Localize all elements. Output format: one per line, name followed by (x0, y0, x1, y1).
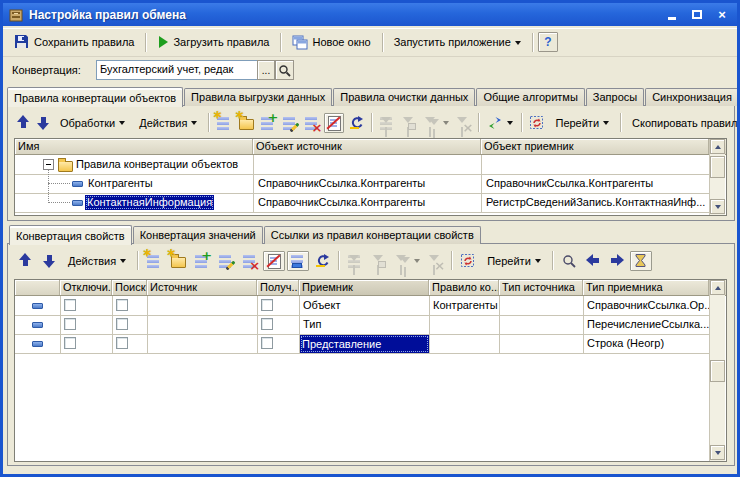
cell-target-type[interactable]: Строка (Неогр) (585, 337, 711, 349)
tab-property-conversion[interactable]: Конвертация свойств (9, 225, 132, 245)
exchange-dropdown[interactable] (484, 113, 516, 133)
column-header-target-type[interactable]: Тип приемника (583, 280, 709, 295)
tab-data-clearing-rules[interactable]: Правила очистки данных (333, 88, 475, 106)
run-application-button[interactable]: Запустить приложение (388, 32, 527, 52)
filter-by-value-button[interactable] (368, 251, 390, 271)
tab-links-from-property-rules[interactable]: Ссылки из правил конвертации свойств (264, 226, 481, 244)
tree-item-label-selected[interactable]: КонтактнаяИнформация (85, 195, 214, 210)
edit-button[interactable] (215, 251, 237, 271)
column-header-search[interactable]: Поиск (112, 280, 147, 295)
undo-button[interactable] (311, 251, 333, 271)
disabled-checkbox[interactable] (64, 337, 76, 349)
processing-dropdown[interactable]: Обработки (54, 113, 131, 133)
column-header-source[interactable]: Источник (147, 280, 257, 295)
show-crossed-toggle[interactable] (324, 113, 344, 133)
show-crossed-toggle[interactable] (263, 251, 285, 271)
search-checkbox[interactable] (116, 318, 128, 330)
back-button[interactable] (582, 251, 604, 271)
cell-rule[interactable]: Контрагенты (431, 299, 501, 311)
actions-dropdown[interactable]: Действия (62, 251, 132, 271)
scroll-up-button[interactable] (710, 280, 725, 295)
add-group-button[interactable]: * (236, 113, 256, 133)
move-down-button[interactable] (38, 251, 60, 271)
minimize-button[interactable] (662, 7, 682, 23)
wait-toggle[interactable] (630, 251, 652, 271)
move-up-button[interactable] (14, 113, 32, 133)
help-button[interactable]: ? (538, 32, 558, 52)
cell-receiver[interactable]: Объект (301, 299, 431, 311)
tab-data-export-rules[interactable]: Правила выгрузки данных (184, 88, 332, 106)
copy-rule-button[interactable]: Скопировать правило (626, 113, 740, 133)
filter-clear-button[interactable]: × (424, 251, 446, 271)
column-header-name[interactable]: Имя (15, 139, 253, 154)
add-button[interactable]: * (143, 251, 165, 271)
goto-dropdown[interactable]: Перейти (481, 251, 547, 271)
close-button[interactable]: × (712, 7, 732, 23)
scroll-thumb[interactable] (710, 156, 725, 178)
save-rules-button[interactable]: Сохранить правила (8, 32, 140, 52)
title-bar[interactable]: Настройка правил обмена × (3, 3, 737, 26)
add-child-button[interactable]: + (191, 251, 213, 271)
edit-button[interactable] (280, 113, 300, 133)
tree-item-label[interactable]: Контрагенты (86, 177, 250, 189)
conversion-search-button[interactable] (275, 60, 294, 80)
forward-button[interactable] (606, 251, 628, 271)
cell-receiver-selected[interactable]: Представление (300, 335, 429, 353)
scroll-up-button[interactable] (710, 139, 725, 154)
refresh-button[interactable] (457, 251, 479, 271)
cell-source[interactable]: СправочникСсылка.Контрагенты (256, 196, 482, 208)
column-header-disabled[interactable]: Отключи... (60, 280, 112, 295)
tab-object-conversion-rules[interactable]: Правила конвертации объектов (7, 87, 183, 107)
column-header-receiver[interactable]: Приемник (299, 280, 429, 295)
cell-receiver[interactable]: Тип (301, 318, 431, 330)
flat-list-toggle[interactable] (287, 251, 309, 271)
search-checkbox[interactable] (116, 337, 128, 349)
cell-target-type[interactable]: СправочникСсылка.Ор... (585, 299, 711, 311)
add-child-button[interactable]: + (258, 113, 278, 133)
column-header-source-type[interactable]: Тип источника (499, 280, 583, 295)
cell-source[interactable]: СправочникСсылка.Контрагенты (256, 177, 482, 189)
tab-synchronization[interactable]: Синхронизация (645, 88, 739, 106)
delete-button[interactable]: × (239, 251, 261, 271)
disabled-checkbox[interactable] (64, 318, 76, 330)
cell-target[interactable]: СправочникСсылка.Контрагенты (484, 177, 710, 189)
search-button[interactable] (558, 251, 580, 271)
receive-checkbox[interactable] (261, 299, 273, 311)
column-header-receive[interactable]: Получ... (257, 280, 299, 295)
filter-sort-button[interactable] (344, 251, 366, 271)
column-header-source[interactable]: Объект источник (253, 139, 481, 154)
filter-history-button[interactable] (421, 113, 451, 133)
goto-dropdown[interactable]: Перейти (549, 113, 615, 133)
add-group-button[interactable]: * (167, 251, 189, 271)
search-checkbox[interactable] (116, 299, 128, 311)
scroll-down-button[interactable] (710, 199, 725, 214)
column-header-target[interactable]: Объект приемник (481, 139, 709, 154)
receive-checkbox[interactable] (261, 318, 273, 330)
undo-button[interactable] (346, 113, 366, 133)
delete-button[interactable]: × (302, 113, 322, 133)
scroll-down-button[interactable] (710, 445, 725, 460)
filter-sort-button[interactable] (377, 113, 397, 133)
maximize-button[interactable] (687, 7, 707, 23)
tree-group-label[interactable]: Правила конвертации объектов (74, 158, 253, 170)
cell-target[interactable]: РегистрСведенийЗапись.КонтактнаяИнф... (484, 196, 710, 208)
receive-checkbox[interactable] (261, 337, 273, 349)
filter-by-value-button[interactable] (399, 113, 419, 133)
props-grid-vscroll[interactable] (709, 280, 725, 461)
rules-grid-vscroll[interactable] (709, 139, 725, 215)
load-rules-button[interactable]: Загрузить правила (151, 32, 275, 52)
cell-target-type[interactable]: ПеречислениеСсылка.... (585, 318, 711, 330)
refresh-button[interactable] (527, 113, 547, 133)
move-down-button[interactable] (34, 113, 52, 133)
actions-dropdown[interactable]: Действия (133, 113, 203, 133)
column-header-marker[interactable] (15, 280, 60, 295)
filter-clear-button[interactable]: × (453, 113, 473, 133)
tab-queries[interactable]: Запросы (586, 88, 644, 106)
add-button[interactable]: * (214, 113, 234, 133)
disabled-checkbox[interactable] (64, 299, 76, 311)
column-header-rule[interactable]: Правило ко... (429, 280, 499, 295)
tab-value-conversion[interactable]: Конвертация значений (133, 226, 263, 244)
move-up-button[interactable] (14, 251, 36, 271)
filter-history-button[interactable] (392, 251, 422, 271)
scroll-thumb[interactable] (710, 360, 725, 382)
